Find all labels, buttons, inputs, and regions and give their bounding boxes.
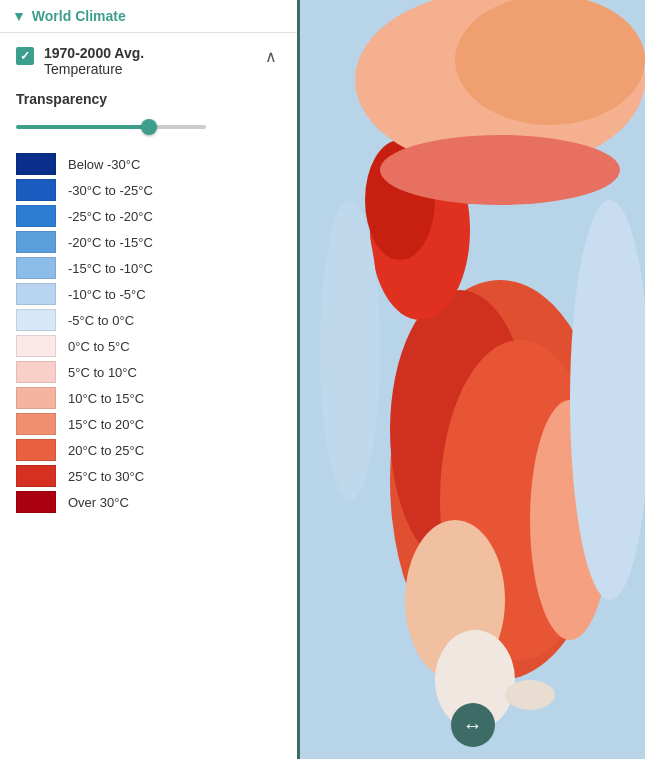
legend-label-text: 0°C to 5°C: [68, 339, 130, 354]
layer-header: 1970-2000 Avg. Temperature ∧: [16, 45, 281, 77]
legend-color-swatch: [16, 153, 56, 175]
sidebar: ▼ World Climate 1970-2000 Avg. Temperatu…: [0, 0, 300, 759]
transparency-section: Transparency: [16, 91, 281, 137]
legend-item: -25°C to -20°C: [16, 205, 281, 227]
legend-label-text: -20°C to -15°C: [68, 235, 153, 250]
legend-item: 15°C to 20°C: [16, 413, 281, 435]
legend-item: Over 30°C: [16, 491, 281, 513]
legend-section: Below -30°C-30°C to -25°C-25°C to -20°C-…: [16, 153, 281, 529]
legend-color-swatch: [16, 257, 56, 279]
layer-name: 1970-2000 Avg. Temperature: [44, 45, 144, 77]
legend-item: 25°C to 30°C: [16, 465, 281, 487]
legend-color-swatch: [16, 335, 56, 357]
legend-color-swatch: [16, 439, 56, 461]
layer-name-sub: Temperature: [44, 61, 144, 77]
svg-point-13: [320, 200, 380, 500]
slider-container: [16, 117, 281, 137]
layer-checkbox[interactable]: [16, 47, 34, 65]
legend-color-swatch: [16, 205, 56, 227]
map-toggle-button[interactable]: [451, 703, 495, 747]
legend-label-text: -25°C to -20°C: [68, 209, 153, 224]
layer-name-main: 1970-2000 Avg.: [44, 45, 144, 61]
sidebar-title: World Climate: [32, 8, 126, 24]
chevron-down-icon[interactable]: ▼: [12, 8, 26, 24]
legend-label-text: -5°C to 0°C: [68, 313, 134, 328]
map-svg: [300, 0, 645, 759]
legend-label-text: -30°C to -25°C: [68, 183, 153, 198]
legend-color-swatch: [16, 283, 56, 305]
legend-color-swatch: [16, 309, 56, 331]
legend-color-swatch: [16, 491, 56, 513]
legend-label-text: 20°C to 25°C: [68, 443, 144, 458]
legend-item: -10°C to -5°C: [16, 283, 281, 305]
legend-item: 0°C to 5°C: [16, 335, 281, 357]
legend-item: 10°C to 15°C: [16, 387, 281, 409]
layer-checkbox-container: [16, 47, 34, 65]
legend-label-text: 15°C to 20°C: [68, 417, 144, 432]
collapse-button[interactable]: ∧: [261, 47, 281, 66]
legend-item: -30°C to -25°C: [16, 179, 281, 201]
sidebar-header[interactable]: ▼ World Climate: [0, 0, 297, 33]
legend-color-swatch: [16, 179, 56, 201]
legend-label-text: Over 30°C: [68, 495, 129, 510]
legend-item: -15°C to -10°C: [16, 257, 281, 279]
legend-color-swatch: [16, 413, 56, 435]
legend-color-swatch: [16, 361, 56, 383]
legend-item: Below -30°C: [16, 153, 281, 175]
legend-item: -5°C to 0°C: [16, 309, 281, 331]
transparency-slider[interactable]: [16, 125, 206, 129]
legend-label-text: 5°C to 10°C: [68, 365, 137, 380]
svg-point-9: [455, 0, 645, 125]
legend-item: -20°C to -15°C: [16, 231, 281, 253]
legend-color-swatch: [16, 387, 56, 409]
legend-label-text: 10°C to 15°C: [68, 391, 144, 406]
svg-point-10: [380, 135, 620, 205]
legend-item: 5°C to 10°C: [16, 361, 281, 383]
layer-title-row: 1970-2000 Avg. Temperature: [16, 45, 144, 77]
legend-label-text: -15°C to -10°C: [68, 261, 153, 276]
legend-item: 20°C to 25°C: [16, 439, 281, 461]
legend-label-text: Below -30°C: [68, 157, 140, 172]
legend-color-swatch: [16, 231, 56, 253]
map-area: [300, 0, 645, 759]
layer-section: 1970-2000 Avg. Temperature ∧ Transparenc…: [0, 33, 297, 541]
legend-color-swatch: [16, 465, 56, 487]
transparency-label: Transparency: [16, 91, 281, 107]
svg-point-14: [505, 680, 555, 710]
legend-label-text: -10°C to -5°C: [68, 287, 146, 302]
legend-label-text: 25°C to 30°C: [68, 469, 144, 484]
